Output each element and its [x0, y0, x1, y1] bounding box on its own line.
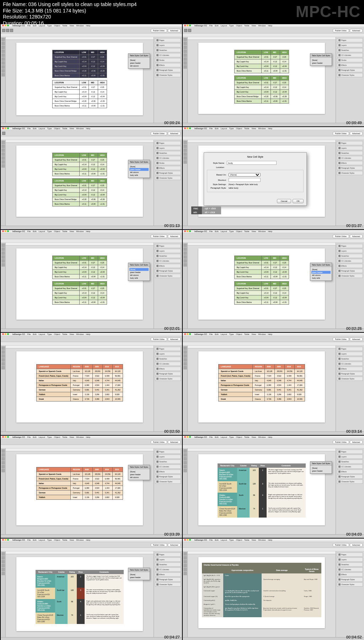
- file-info-header: File Name: 036 Using cell styles to clea…: [0, 0, 364, 23]
- cancel-button[interactable]: Cancel: [277, 199, 291, 203]
- pasteboard[interactable]: LOCATIONLOWMIDHIGHSugarloaf Key, Bow Cha…: [6, 37, 154, 123]
- location-table-green-1[interactable]: LOCATIONLOWMIDHIGHSugarloaf Key, Bow Cha…: [234, 50, 289, 73]
- thumbnail-3[interactable]: InDesign CCFileEditLayoutTypeObjectTable…: [1, 127, 182, 229]
- app-toolbar[interactable]: Publish OnlineAdvanced: [1, 28, 182, 33]
- thumbnail-8[interactable]: InDesign CCFileEditLayoutTypeObjectTable…: [183, 333, 364, 435]
- cell-styles-panel[interactable]: Table Styles Cell Styles[None]green head…: [128, 160, 150, 178]
- restaurant-table[interactable]: Restaurant / CityCuisineRatingPriceComme…: [36, 570, 124, 624]
- thumbnail-grid: InDesign CCFileEditLayoutTypeObjectTable…: [0, 23, 364, 640]
- table-styles-panel[interactable]: Table Styles Cell Styles[None]green head…: [128, 53, 150, 69]
- thumbnail-10[interactable]: InDesign CCFileEditLayoutTypeObjectTable…: [183, 436, 364, 538]
- statusbar: [1, 123, 182, 126]
- app-watermark: MPC-HC: [296, 3, 360, 21]
- tools-panel[interactable]: [1, 37, 6, 123]
- thumbnail-2[interactable]: InDesign CCFileEditLayoutTypeObjectTable…: [183, 24, 364, 126]
- thumbnail-11[interactable]: InDesign CCFileEditLayoutTypeObjectTable…: [1, 539, 182, 640]
- thumbnail-1[interactable]: InDesign CCFileEditLayoutTypeObjectTable…: [1, 24, 182, 126]
- thumbnail-12[interactable]: InDesign CCFileEditLayoutTypeObjectTable…: [183, 539, 364, 640]
- right-panels[interactable]: PagesLayersSwatchesCC LibrariesStrokeEff…: [154, 37, 182, 123]
- new-cell-style-dialog[interactable]: New Cell Style Style Name: Location: Bas…: [204, 152, 307, 206]
- table-styles-panel[interactable]: Table Styles Cell Styles[None]green head…: [310, 53, 332, 66]
- language-table[interactable]: LANGUAGEREGION2000200520102015Spanish or…: [36, 364, 123, 402]
- restaurant-table[interactable]: Restaurant / CityCuisineRatingPriceComme…: [218, 463, 306, 518]
- keyboard-tip: macopt + click winalt + click: [191, 206, 221, 214]
- thumbnail-4[interactable]: InDesign CCFileEditLayoutTypeObjectTable…: [183, 127, 364, 229]
- menubar[interactable]: InDesign CCFileEditLayoutTypeObjectTable…: [183, 24, 364, 28]
- document-page[interactable]: LOCATIONLOWMIDHIGHSugarloaf Key, Bow Cha…: [16, 43, 143, 115]
- location-table-dark[interactable]: LOCATIONLOWMIDHIGHSugarloaf Key, Bow Cha…: [52, 50, 107, 78]
- timestamp: 00:00:24: [164, 121, 180, 125]
- thumbnail-6[interactable]: InDesign CCFileEditLayoutTypeObjectTable…: [183, 230, 364, 332]
- app-toolbar[interactable]: Publish OnlineAdvanced: [183, 28, 364, 33]
- based-on-select[interactable]: [None]: [229, 173, 261, 177]
- cell-styles-panel[interactable]: Table Styles Cell Styles[None]green head…: [128, 263, 150, 281]
- thumbnail-5[interactable]: InDesign CCFileEditLayoutTypeObjectTable…: [1, 230, 182, 332]
- location-table-plain[interactable]: LOCATIONLOWMIDHIGHSugarloaf Key, Bow Cha…: [52, 80, 107, 108]
- thumbnail-7[interactable]: InDesign CCFileEditLayoutTypeObjectTable…: [1, 333, 182, 435]
- control-strip[interactable]: [1, 33, 182, 37]
- location-table-green[interactable]: LOCATIONLOWMIDHIGHSugarloaf Key, Bow Cha…: [52, 153, 107, 176]
- thumbnail-9[interactable]: InDesign CCFileEditLayoutTypeObjectTable…: [1, 436, 182, 538]
- style-name-input[interactable]: [227, 161, 277, 165]
- menubar[interactable]: InDesign CCFileEditLayoutTypeObjectTable…: [1, 24, 182, 28]
- science-table[interactable]: Charles found buried treasure at Payraba…: [202, 563, 321, 617]
- shortcut-input[interactable]: [229, 178, 261, 182]
- ok-button[interactable]: OK: [293, 199, 304, 203]
- location-table-green-2[interactable]: LOCATIONLOWMIDHIGHSugarloaf Key, Bow Cha…: [234, 75, 289, 104]
